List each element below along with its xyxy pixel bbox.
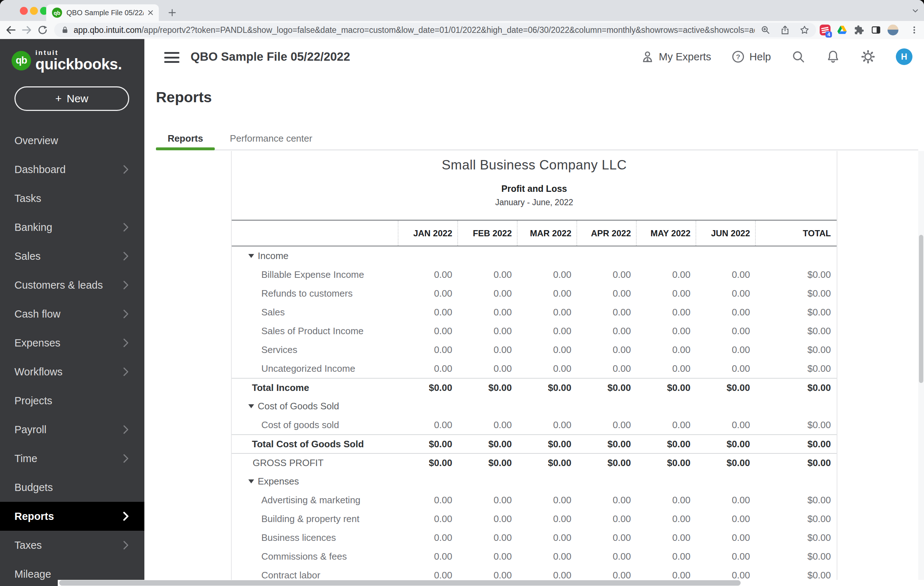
pnl-row-total: Total Income$0.00$0.00$0.00$0.00$0.00$0.… xyxy=(232,378,837,397)
tab-reports[interactable]: Reports xyxy=(156,130,215,147)
sidebar-item-time[interactable]: Time xyxy=(0,444,144,473)
sidebar-item-dashboard[interactable]: Dashboard xyxy=(0,155,144,184)
value-cell: 0.00 xyxy=(696,419,755,430)
browser-toolbar: app.qbo.intuit.com/app/reportv2?token=PA… xyxy=(0,21,924,39)
google-drive-extension-icon[interactable] xyxy=(837,25,848,35)
sidebar-item-customers-leads[interactable]: Customers & leads xyxy=(0,271,144,300)
forward-button[interactable] xyxy=(19,22,35,38)
sidebar-item-projects[interactable]: Projects xyxy=(0,386,144,415)
value-cell: $0.00 xyxy=(576,457,636,468)
sidebar-item-label: Payroll xyxy=(15,424,122,436)
sidebar-item-reports[interactable]: Reports xyxy=(0,502,144,531)
value-cell: 0.00 xyxy=(576,419,636,430)
page-tabs: Reports Performance center xyxy=(156,130,918,150)
tab-search-chevron-icon[interactable] xyxy=(911,7,920,15)
sidebar-item-label: Projects xyxy=(15,395,129,407)
quickbooks-logo[interactable]: qb intuit quickbooks. xyxy=(0,39,144,72)
value-cell: 0.00 xyxy=(517,269,576,280)
extensions-puzzle-icon[interactable] xyxy=(854,25,865,35)
browser-menu-kebab-icon[interactable] xyxy=(909,25,919,35)
row-label: GROSS PROFIT xyxy=(232,457,398,468)
close-window-button[interactable] xyxy=(20,7,28,15)
collapse-triangle-icon[interactable] xyxy=(248,254,254,258)
svg-text:?: ? xyxy=(736,53,741,61)
url-host: app.qbo.intuit.com xyxy=(74,25,142,35)
value-cell: $0.00 xyxy=(696,439,755,450)
vertical-scrollbar[interactable] xyxy=(918,151,924,586)
header-actions: My Experts ? Help xyxy=(641,48,912,65)
row-label: Services xyxy=(232,344,398,356)
value-cell: 0.00 xyxy=(696,363,755,374)
reload-button[interactable] xyxy=(35,22,51,38)
value-cell: $0.00 xyxy=(755,457,837,468)
help-button[interactable]: ? Help xyxy=(731,50,771,64)
horizontal-scrollbar-thumb[interactable] xyxy=(59,580,741,586)
share-icon[interactable] xyxy=(780,25,790,35)
sidebar-item-tasks[interactable]: Tasks xyxy=(0,184,144,213)
value-cell: 0.00 xyxy=(457,326,517,337)
row-label: Commissions & fees xyxy=(232,551,398,562)
side-panel-icon[interactable] xyxy=(871,25,881,35)
collapse-triangle-icon[interactable] xyxy=(248,404,254,408)
hamburger-menu-icon[interactable] xyxy=(164,52,179,63)
sidebar-item-taxes[interactable]: Taxes xyxy=(0,531,144,560)
help-icon: ? xyxy=(731,50,745,64)
sidebar-item-expenses[interactable]: Expenses xyxy=(0,328,144,357)
sidebar-item-overview[interactable]: Overview xyxy=(0,126,144,155)
row-label: Total Cost of Goods Sold xyxy=(232,439,398,450)
user-avatar[interactable]: H xyxy=(896,48,912,65)
minimize-window-button[interactable] xyxy=(30,7,38,15)
value-cell: 0.00 xyxy=(696,288,755,299)
collapse-triangle-icon[interactable] xyxy=(248,479,254,483)
row-label[interactable]: Income xyxy=(232,250,398,262)
value-cell: $0.00 xyxy=(457,439,517,450)
bookmark-star-icon[interactable] xyxy=(799,25,810,35)
tab-close-icon[interactable] xyxy=(147,9,155,17)
my-experts-button[interactable]: My Experts xyxy=(641,50,711,64)
new-tab-button[interactable] xyxy=(165,6,179,20)
vertical-scrollbar-thumb[interactable] xyxy=(919,235,923,383)
row-label: Refunds to customers xyxy=(232,288,398,299)
chevron-right-icon xyxy=(122,425,129,434)
value-cell: $0.00 xyxy=(636,439,696,450)
sidebar-item-sales[interactable]: Sales xyxy=(0,242,144,271)
zoom-magnifier-icon[interactable] xyxy=(761,25,771,35)
tab-performance-center[interactable]: Performance center xyxy=(226,130,317,147)
back-button[interactable] xyxy=(3,22,19,38)
address-bar[interactable]: app.qbo.intuit.com/app/reportv2?token=PA… xyxy=(54,23,816,37)
lock-icon[interactable] xyxy=(61,26,69,34)
browser-tab[interactable]: qb QBO Sample File 05/22/2022 - xyxy=(46,4,159,21)
value-cell: 0.00 xyxy=(576,551,636,562)
quickbooks-favicon-icon: qb xyxy=(52,8,62,18)
todoist-extension-icon[interactable]: 4 xyxy=(820,25,830,35)
value-cell: 0.00 xyxy=(517,307,576,318)
value-cell: 0.00 xyxy=(517,326,576,337)
sidebar-item-cash-flow[interactable]: Cash flow xyxy=(0,300,144,328)
row-label[interactable]: Expenses xyxy=(232,476,398,487)
sidebar-item-label: Overview xyxy=(15,135,129,147)
value-cell: 0.00 xyxy=(696,326,755,337)
row-label: Cost of goods sold xyxy=(232,419,398,430)
pnl-row-item: Building & property rent0.000.000.000.00… xyxy=(232,510,837,528)
sidebar-item-payroll[interactable]: Payroll xyxy=(0,415,144,444)
value-cell: $0.00 xyxy=(636,457,696,468)
search-icon[interactable] xyxy=(791,50,805,64)
value-cell: 0.00 xyxy=(636,269,696,280)
horizontal-scrollbar[interactable] xyxy=(58,580,924,586)
value-cell: $0.00 xyxy=(457,382,517,394)
pnl-row-item: Uncategorized Income0.000.000.000.000.00… xyxy=(232,359,837,378)
value-cell: 0.00 xyxy=(696,532,755,543)
notifications-bell-icon[interactable] xyxy=(826,50,840,64)
browser-window: qb QBO Sample File 05/22/2022 - xyxy=(0,0,924,586)
profit-and-loss-report: Small Business Company LLC Profit and Lo… xyxy=(231,151,837,586)
pnl-row-item: Services0.000.000.000.000.000.00$0.00 xyxy=(232,340,837,359)
report-title: Profit and Loss xyxy=(232,184,837,194)
settings-gear-icon[interactable] xyxy=(860,49,876,64)
new-button[interactable]: + New xyxy=(15,86,129,111)
sidebar-item-workflows[interactable]: Workflows xyxy=(0,357,144,386)
sidebar-item-budgets[interactable]: Budgets xyxy=(0,473,144,502)
chrome-profile-avatar[interactable] xyxy=(888,25,898,35)
value-cell: $0.00 xyxy=(755,382,837,394)
sidebar-item-banking[interactable]: Banking xyxy=(0,213,144,242)
row-label[interactable]: Cost of Goods Sold xyxy=(232,401,398,412)
